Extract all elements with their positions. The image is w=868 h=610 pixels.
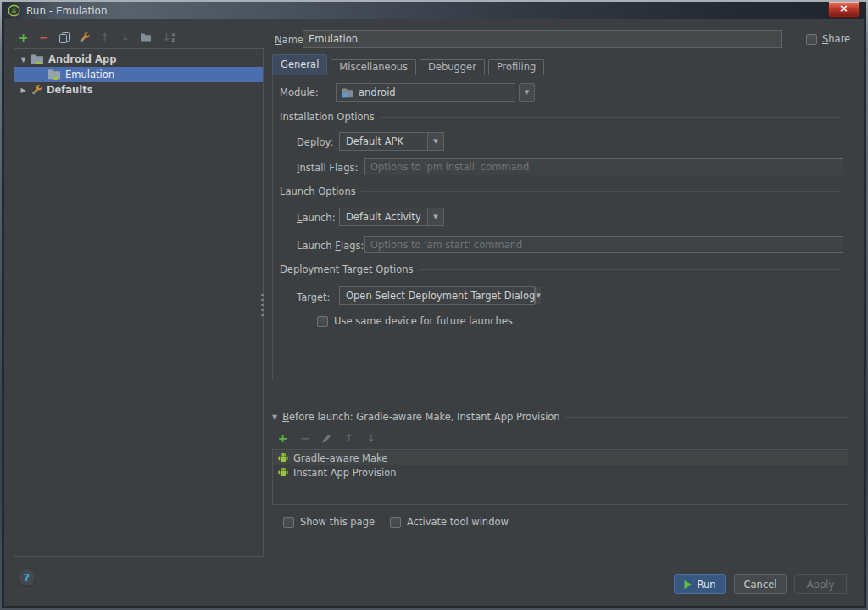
section-launch-options: Launch Options [280,186,841,197]
deploy-combo[interactable]: Default APK ▼ [339,132,444,151]
module-combo[interactable]: android [336,83,515,102]
move-task-down-button[interactable]: ↓ [364,431,378,446]
before-launch-title: Before launch: Gradle-aware Make, Instan… [282,411,560,423]
wrench-icon [79,31,91,43]
defaults-wrench-icon [31,84,43,96]
collapse-triangle-icon[interactable]: ▼ [272,413,277,421]
expanded-triangle-icon[interactable]: ▼ [19,56,28,64]
use-same-device-row: Use same device for future launches [317,315,513,327]
tab-debugger[interactable]: Debugger [420,59,485,75]
before-launch-toolbar: + − ↑ ↓ [275,430,378,446]
run-button[interactable]: Run [674,574,726,594]
apply-button[interactable]: Apply [794,574,847,594]
launch-flags-label: Launch Flags: [297,240,364,252]
move-down-icon: ↓ [366,433,375,443]
move-up-icon: ↑ [100,32,108,42]
chevron-down-icon: ▼ [525,89,529,96]
help-button[interactable]: ? [18,568,36,586]
tree-item-emulation-selected[interactable]: Emulation [14,67,263,82]
copy-icon [58,31,70,43]
show-this-page-checkbox[interactable] [283,517,294,528]
use-same-device-label: Use same device for future launches [334,315,513,327]
section-deployment-target-options: Deployment Target Options [280,263,841,275]
target-label: Target: [297,291,330,303]
install-flags-label: Install Flags: [297,162,358,174]
show-this-page-label: Show this page [300,516,375,528]
android-icon [278,452,288,463]
pencil-icon [321,433,332,444]
configurations-tree: ▼ Android App [14,48,264,557]
launch-label: Launch: [297,212,336,224]
chevron-down-icon: ▼ [427,208,443,225]
chevron-down-icon: ▼ [535,287,540,304]
move-down-button[interactable]: ↓ [118,30,132,45]
tab-miscellaneous[interactable]: Miscellaneous [331,59,416,75]
tree-item-defaults[interactable]: ▶ Defaults [14,82,263,97]
window-title: Run - Emulation [26,5,108,17]
splitter-handle[interactable] [260,292,264,318]
use-same-device-checkbox[interactable] [317,316,328,327]
task-row-gradle-aware-make[interactable]: Gradle-aware Make [274,451,848,465]
section-installation-options: Installation Options [280,111,841,123]
before-launch-checkboxes: Show this page Activate tool window [283,516,509,528]
activate-tool-window-checkbox[interactable] [390,517,401,528]
name-input[interactable] [303,30,782,48]
configurations-toolbar: + − ↑ ↓ [16,29,179,46]
copy-configuration-button[interactable] [57,30,71,45]
cancel-button[interactable]: Cancel [734,574,787,594]
before-launch-task-list: Gradle-aware Make [272,449,849,505]
title-bar[interactable]: Run - Emulation × [2,2,866,19]
play-icon [683,580,693,590]
close-button[interactable]: × [828,2,860,18]
task-row-instant-app-provision[interactable]: Instant App Provision [274,465,848,480]
remove-icon: − [300,432,310,444]
share-checkbox[interactable] [806,34,817,45]
tab-profiling[interactable]: Profiling [488,59,544,75]
create-folder-button[interactable] [138,30,153,45]
move-up-icon: ↑ [344,433,353,443]
help-icon: ? [24,571,31,584]
close-icon: × [839,2,849,14]
chevron-down-icon: ▼ [427,133,443,150]
install-flags-input[interactable] [364,158,843,175]
add-icon: + [278,432,288,444]
android-icon [278,467,288,478]
window-frame: Run - Emulation × + − [2,2,866,608]
remove-configuration-button[interactable]: − [36,30,51,45]
before-launch-header: ▼ Before launch: Gradle-aware Make, Inst… [272,410,849,424]
run-config-folder-icon [47,69,62,80]
android-app-folder-icon [31,53,45,65]
move-down-icon: ↓ [120,32,129,42]
module-label: Module: [280,86,319,98]
launch-flags-input[interactable] [364,236,843,253]
header-rule [565,417,849,418]
activate-tool-window-label: Activate tool window [407,516,509,528]
collapsed-triangle-icon[interactable]: ▶ [19,86,28,94]
run-configurations-dialog: + − ↑ ↓ [4,19,864,606]
remove-task-button[interactable]: − [298,431,312,446]
android-studio-icon [8,4,20,17]
module-combo-arrow[interactable]: ▼ [519,83,535,102]
edit-task-button[interactable] [320,431,334,446]
target-combo[interactable]: Open Select Deployment Target Dialog ▼ [339,286,535,305]
share-label: Share [822,33,850,45]
launch-combo[interactable]: Default Activity ▼ [339,208,444,226]
edit-defaults-button[interactable] [77,30,92,45]
share-checkbox-row: Share [806,33,850,45]
activate-tool-window-row: Activate tool window [390,516,509,528]
add-task-button[interactable]: + [275,431,290,446]
move-up-button[interactable]: ↑ [97,30,112,45]
add-configuration-button[interactable]: + [16,30,31,45]
sort-configurations-button[interactable]: ↓ az [159,30,179,45]
remove-icon: − [39,31,49,43]
tree-item-android-app[interactable]: ▼ Android App [14,52,263,67]
config-tabs: General Miscellaneous Debugger Profiling [272,54,544,75]
deploy-label: Deploy: [297,136,333,148]
add-icon: + [19,31,29,43]
show-this-page-row: Show this page [283,516,375,528]
move-task-up-button[interactable]: ↑ [342,431,356,446]
window: Run - Emulation × + − [0,0,868,610]
sort-az-icon: az [171,32,175,42]
tab-general[interactable]: General [272,54,327,75]
general-tab-panel: Module: android ▼ Installation Options D… [272,75,849,380]
